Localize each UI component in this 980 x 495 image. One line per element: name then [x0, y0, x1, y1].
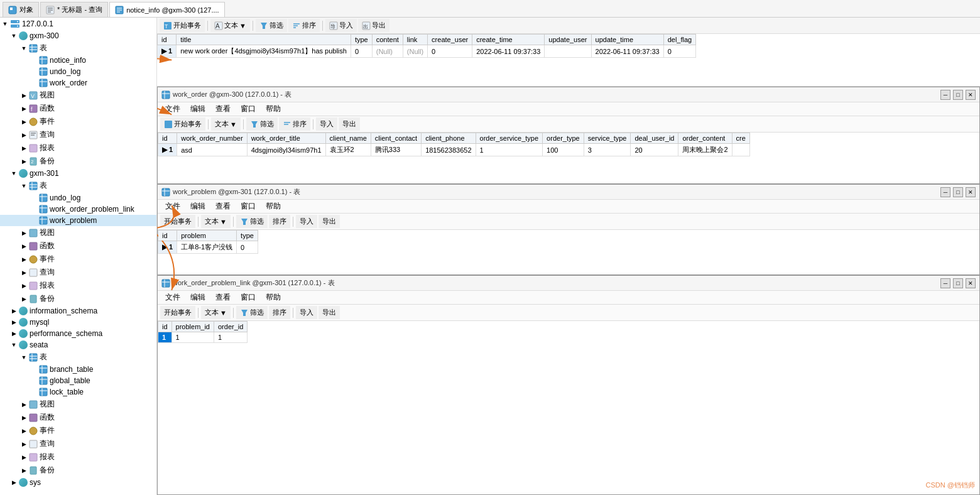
menu-view-wo[interactable]: 查看 [210, 104, 236, 114]
wopl-sort-btn[interactable]: 排序 [269, 306, 290, 319]
sidebar-label-gxm301-backups: 备份 [40, 293, 55, 304]
wp-row-1[interactable]: ▶ 1 工单8-1客户没钱 0 [158, 241, 258, 254]
sidebar-item-gxm300-reports[interactable]: ▶ 报表 [0, 141, 156, 155]
wp-maximize-btn[interactable]: □ [953, 187, 963, 197]
menu-window-wo[interactable]: 窗口 [236, 104, 261, 114]
menu-file-wp[interactable]: 文件 [160, 201, 185, 212]
wopl-filter-btn[interactable]: 筛选 [236, 306, 268, 319]
sidebar-item-seata-backups[interactable]: ▶ 备份 [0, 464, 156, 477]
sidebar-item-seata-tables[interactable]: ▼ 表 [0, 351, 156, 364]
wo-import-btn[interactable]: 导入 [316, 117, 337, 131]
notice-sort-btn[interactable]: 排序 [288, 19, 320, 32]
menu-view-wopl[interactable]: 查看 [210, 292, 236, 303]
sidebar-item-gxm301-events[interactable]: ▶ 事件 [0, 253, 156, 266]
wopl-close-btn[interactable]: ✕ [966, 278, 976, 288]
wp-begin-btn[interactable]: 开始事务 [160, 215, 195, 228]
sidebar-item-gxm301-views[interactable]: ▶ 视图 [0, 226, 156, 239]
sidebar-item-gxm300-queries[interactable]: ▶ 查询 [0, 128, 156, 141]
menu-edit-wp[interactable]: 编辑 [185, 201, 210, 212]
menu-file-wopl[interactable]: 文件 [160, 292, 185, 303]
sidebar-item-gxm300-funcs[interactable]: ▶ f 函数 [0, 102, 156, 115]
menu-help-wo[interactable]: 帮助 [261, 104, 286, 114]
sidebar-item-gxm301-backups[interactable]: ▶ 备份 [0, 292, 156, 305]
wo-sort-btn[interactable]: 排序 [279, 117, 310, 131]
sidebar-item-gxm300-views[interactable]: ▶ V 视图 [0, 89, 156, 102]
wp-close-btn[interactable]: ✕ [966, 187, 976, 197]
notice-filter-btn[interactable]: 筛选 [256, 19, 287, 32]
menu-help-wopl[interactable]: 帮助 [261, 292, 286, 303]
sidebar-item-undo-log[interactable]: ▶ undo_log [0, 66, 156, 77]
sidebar-item-gxm301-reports[interactable]: ▶ 报表 [0, 279, 156, 292]
wo-filter-btn[interactable]: 筛选 [246, 117, 278, 131]
menu-window-wp[interactable]: 窗口 [236, 201, 261, 212]
wo-export-btn[interactable]: 导出 [339, 117, 360, 131]
sidebar-item-info-schema[interactable]: ▶ information_schema [0, 305, 156, 317]
wopl-import-btn[interactable]: 导入 [296, 306, 317, 319]
sidebar-item-root[interactable]: ▼ 127.0.0.1 [0, 18, 156, 30]
wo-cell-service-type: 3 [584, 144, 631, 156]
work-order-minimize-btn[interactable]: ─ [940, 90, 950, 100]
notice-export-btn[interactable]: 出 导出 [358, 19, 389, 32]
sidebar-item-gxm300-backups[interactable]: ▶ 2 备份 [0, 155, 156, 168]
sidebar-item-seata-queries[interactable]: ▶ 查询 [0, 437, 156, 450]
wp-filter-btn[interactable]: 筛选 [236, 215, 268, 228]
wopl-export-btn[interactable]: 导出 [318, 306, 340, 319]
sidebar-item-mysql[interactable]: ▶ mysql [0, 317, 156, 328]
notice-begin-transaction-btn[interactable]: T 开始事务 [160, 19, 205, 32]
menu-edit-wo[interactable]: 编辑 [185, 104, 210, 114]
notice-text-btn[interactable]: A 文本 ▼ [210, 19, 250, 32]
wp-export-btn[interactable]: 导出 [318, 215, 340, 228]
wo-cell-client-phone: 181562383652 [422, 144, 476, 156]
notice-import-btn[interactable]: 导 导入 [325, 19, 357, 32]
sidebar-item-seata-events[interactable]: ▶ 事件 [0, 424, 156, 437]
tab-object[interactable]: 对象 [3, 2, 39, 17]
events-icon-seata [29, 427, 38, 435]
wp-text-btn[interactable]: 文本▼ [201, 215, 231, 228]
menu-window-wopl[interactable]: 窗口 [236, 292, 261, 303]
menu-edit-wopl[interactable]: 编辑 [185, 292, 210, 303]
work-order-maximize-btn[interactable]: □ [953, 90, 963, 100]
wo-text-btn[interactable]: 文本▼ [211, 117, 241, 131]
sidebar-item-work-problem[interactable]: ▶ work_problem [0, 215, 156, 226]
sidebar-item-gxm301-queries[interactable]: ▶ 查询 [0, 266, 156, 279]
sidebar-item-gxm301-tables[interactable]: ▼ 表 [0, 179, 156, 192]
sidebar-item-work-order[interactable]: ▶ work_order [0, 77, 156, 89]
wp-minimize-btn[interactable]: ─ [940, 187, 950, 197]
menu-help-wp[interactable]: 帮助 [261, 201, 286, 212]
sidebar-item-undo-log2[interactable]: ▶ undo_log [0, 192, 156, 204]
wo-row-1[interactable]: ▶ 1 asd 4dsgjmoi8yl34ism97h1 袁玉环2 腾讯333 … [158, 144, 750, 156]
sidebar-item-work-order-problem-link[interactable]: ▶ work_order_problem_link [0, 204, 156, 215]
wp-sort-btn[interactable]: 排序 [269, 215, 290, 228]
sidebar-item-seata-funcs[interactable]: ▶ 函数 [0, 411, 156, 424]
wopl-text-btn[interactable]: 文本▼ [201, 306, 231, 319]
tab-query[interactable]: * 无标题 - 查询 [40, 2, 108, 17]
svg-point-13 [17, 26, 18, 27]
sidebar-item-gxm300-tables[interactable]: ▼ 表 [0, 41, 156, 55]
sidebar-item-seata-views[interactable]: ▶ 视图 [0, 398, 156, 411]
sidebar-item-perf-schema[interactable]: ▶ performance_schema [0, 328, 156, 339]
sidebar-item-global-table[interactable]: ▶ global_table [0, 375, 156, 386]
sidebar-item-branch-table[interactable]: ▶ branch_table [0, 364, 156, 375]
sidebar-item-seata-reports[interactable]: ▶ 报表 [0, 450, 156, 464]
notice-row-1[interactable]: ▶ 1 new work order【4dsgjmoi8yl34ism97h1】… [158, 45, 696, 58]
sidebar-item-notice-info[interactable]: ▶ notice_info [0, 55, 156, 66]
sidebar-label-branch-table: branch_table [50, 365, 93, 374]
menu-file-wo[interactable]: 文件 [160, 104, 185, 114]
tab-notice[interactable]: notice_info @gxm-300 (127.... [109, 2, 225, 17]
sidebar-item-sys[interactable]: ▶ sys [0, 477, 156, 488]
sidebar-item-lock-table[interactable]: ▶ lock_table [0, 386, 156, 398]
sidebar-item-gxm300[interactable]: ▼ gxm-300 [0, 30, 156, 41]
menu-view-wp[interactable]: 查看 [210, 201, 236, 212]
wopl-begin-btn[interactable]: 开始事务 [160, 306, 195, 319]
wopl-row-1[interactable]: 1 1 1 [158, 332, 248, 343]
work-order-close-btn[interactable]: ✕ [966, 90, 976, 100]
sidebar-item-gxm301-funcs[interactable]: ▶ 函数 [0, 239, 156, 253]
wopl-minimize-btn[interactable]: ─ [940, 278, 950, 288]
wp-import-btn[interactable]: 导入 [296, 215, 317, 228]
sidebar-item-gxm300-events[interactable]: ▶ 事件 [0, 115, 156, 128]
sidebar-item-gxm301[interactable]: ▼ gxm-301 [0, 168, 156, 179]
text-icon: A [214, 21, 223, 30]
sidebar-item-seata[interactable]: ▼ seata [0, 339, 156, 351]
wopl-maximize-btn[interactable]: □ [953, 278, 963, 288]
wo-begin-btn[interactable]: 开始事务 [160, 117, 205, 131]
